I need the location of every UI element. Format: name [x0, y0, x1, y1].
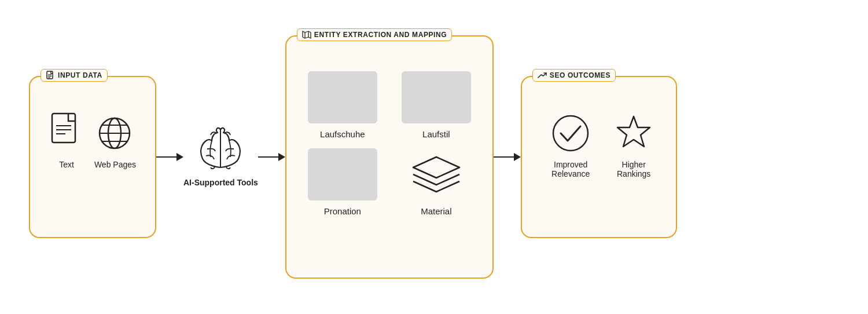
arrow-line-2 — [258, 156, 278, 158]
material-thumb — [402, 148, 471, 200]
input-icons-row: Text Web Pages — [44, 112, 141, 169]
ai-tools-block: AI-Supported Tools — [183, 127, 258, 187]
svg-marker-19 — [617, 116, 650, 147]
svg-point-18 — [553, 116, 588, 151]
layers-icon — [410, 151, 462, 198]
entity-extraction-card: ENTITY EXTRACTION AND MAPPING Laufschuhe… — [285, 35, 494, 279]
input-data-label: INPUT DATA — [41, 69, 108, 82]
entity-laufstil: Laufstil — [394, 71, 479, 139]
laufschuhe-thumb — [308, 71, 377, 123]
svg-rect-4 — [52, 114, 75, 143]
svg-marker-14 — [303, 31, 311, 38]
input-data-card: INPUT DATA Text — [29, 76, 156, 238]
arrow-head-1 — [176, 153, 183, 161]
brain-icon — [194, 127, 247, 173]
arrow-head-3 — [514, 153, 521, 161]
web-pages-icon-item: Web Pages — [94, 112, 136, 169]
laufstil-thumb — [402, 71, 471, 123]
entity-material: Material — [394, 148, 479, 216]
entity-pronation: Pronation — [300, 148, 385, 216]
seo-outcomes-card: SEO OUTCOMES Improved Relevance Higher R… — [521, 76, 677, 238]
ai-label: AI-Supported Tools — [183, 178, 258, 187]
map-icon — [302, 30, 311, 39]
text-document-icon — [49, 112, 84, 155]
checkmark-circle-icon — [549, 112, 593, 155]
seo-icons-row: Improved Relevance Higher Rankings — [536, 112, 662, 178]
arrow-1 — [156, 153, 183, 161]
arrow-line-1 — [156, 156, 176, 158]
diagram: INPUT DATA Text — [29, 35, 839, 279]
entity-grid: Laufschuhe Laufstil Pronation — [300, 71, 479, 216]
arrow-2 — [258, 153, 285, 161]
arrow-line-3 — [494, 156, 514, 158]
pronation-thumb — [308, 148, 377, 200]
arrow-3 — [494, 153, 521, 161]
entity-laufschuhe: Laufschuhe — [300, 71, 385, 139]
entity-extraction-label: ENTITY EXTRACTION AND MAPPING — [297, 28, 452, 41]
trending-up-icon — [538, 71, 547, 80]
arrow-head-2 — [278, 153, 285, 161]
document-icon — [46, 71, 55, 80]
globe-icon — [96, 112, 134, 155]
star-icon — [612, 112, 656, 155]
higher-rankings-item: Higher Rankings — [606, 112, 662, 178]
svg-marker-17 — [413, 157, 459, 178]
seo-outcomes-label: SEO OUTCOMES — [532, 69, 616, 82]
improved-relevance-item: Improved Relevance — [536, 112, 606, 178]
text-icon-item: Text — [49, 112, 84, 169]
